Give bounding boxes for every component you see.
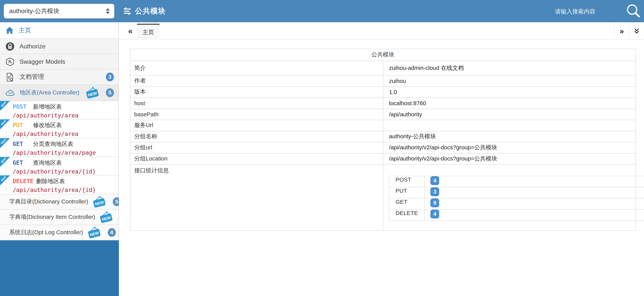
tabs-scroll-right-button[interactable]: »: [614, 22, 629, 40]
home-icon: [5, 27, 14, 34]
sidebar-item-home[interactable]: 主页: [0, 22, 118, 39]
table-row: basePath /api/authority: [130, 109, 636, 120]
doc-info-table: 公共模块 简介 zuihou-admin-cloud 在线文档 作者 zuiho…: [130, 49, 636, 230]
endpoint-name: 分页查询地区表: [33, 140, 73, 148]
count-badge: 4: [430, 209, 439, 218]
table-row: host localhost:8760: [130, 98, 636, 109]
endpoint-name: 新增地区表: [33, 103, 62, 110]
endpoint-get-area[interactable]: NEW GET 查询地区表 /api/authority/area/{id}: [0, 157, 118, 175]
method-label: DELETE: [13, 178, 33, 185]
endpoint-page-area[interactable]: NEW GET 分页查询地区表 /api/authority/area/page: [0, 138, 118, 157]
hexagon-model-icon: [5, 57, 14, 66]
svg-text:API: API: [8, 92, 12, 95]
method-label: POST: [13, 103, 30, 110]
endpoint-name: 修改地区表: [33, 121, 62, 129]
app-title: 公共模块: [123, 0, 166, 22]
tabs-collapse-button[interactable]: [629, 22, 644, 40]
top-header: authority-公共模块 公共模块: [0, 0, 644, 22]
doc-title: 公共模块: [130, 49, 636, 61]
tab-strip: « 主页 »: [119, 22, 644, 40]
swagger-doc-app: authority-公共模块 公共模块: [0, 0, 644, 296]
method-label: GET: [13, 140, 30, 148]
table-row: 分组Location /api/authority/v2/api-docs?gr…: [130, 153, 636, 164]
endpoint-path: /api/authority/area: [13, 130, 118, 138]
sidebar-controller-dictionary-item[interactable]: API 字典项(Dictionary Item Controller) NEW …: [0, 210, 118, 225]
table-row: 分组名称 authority-公共模块: [130, 131, 636, 142]
endpoint-name: 删除地区表: [36, 178, 65, 185]
count-badge: 4: [430, 176, 439, 185]
count-badge: 5: [106, 88, 114, 97]
header-search: [555, 0, 641, 22]
controller-label: 地区表(Area Controller): [20, 89, 80, 96]
select-arrows-icon: [106, 8, 110, 14]
table-row: 版本 1.0: [130, 86, 636, 98]
stats-row: GET 9: [389, 198, 644, 209]
sidebar-item-label: Swagger Models: [20, 58, 65, 65]
sidebar-controller-dictionary[interactable]: API 字典目录(Dictionary Controller) NEW 5: [0, 194, 118, 210]
new-sign-icon: NEW: [92, 196, 107, 208]
sidebar: 主页 Authorize Swagger Models: [0, 22, 119, 296]
endpoint-name: 查询地区表: [33, 159, 62, 166]
count-badge: 3: [106, 73, 114, 81]
count-badge: 4: [108, 228, 116, 237]
api-stats-table: POST 4 PUT 3 GET 9 DELETE 4: [389, 176, 644, 220]
double-chevron-down-icon: [633, 28, 640, 35]
sidebar-item-swagger-models[interactable]: Swagger Models: [0, 54, 118, 70]
group-select-value: authority-公共模块: [9, 7, 59, 15]
tab-home[interactable]: 主页: [137, 24, 160, 40]
table-row: 接口统计信息 POST 4 PUT 3 GET 9 DELE: [130, 164, 636, 230]
sidebar-item-label: Authorize: [20, 43, 46, 50]
stats-row: DELETE 4: [389, 209, 644, 220]
endpoint-add-area[interactable]: NEW POST 新增地区表 /api/authority/area: [0, 101, 118, 119]
tabs-scroll-left-button[interactable]: «: [125, 22, 136, 40]
endpoint-update-area[interactable]: NEW PUT 修改地区表 /api/authority/area: [0, 119, 118, 138]
controller-label: 字典项(Dictionary Item Controller): [9, 213, 95, 221]
new-sign-icon: NEW: [99, 211, 114, 223]
controller-label: 字典目录(Dictionary Controller): [9, 198, 88, 205]
method-label: PUT: [13, 121, 30, 129]
endpoint-delete-area[interactable]: NEW DELETE 删除地区表 /api/authority/area/{id…: [0, 176, 118, 194]
table-row: 作者 zuihou: [130, 75, 636, 86]
sidebar-item-label: 主页: [19, 26, 31, 34]
method-label: GET: [13, 159, 30, 166]
stats-row: PUT 3: [389, 187, 644, 198]
new-sign-icon: NEW: [87, 226, 102, 239]
stats-row: POST 4: [389, 176, 644, 187]
count-badge: 9: [430, 198, 439, 207]
table-row: 公共模块: [130, 49, 636, 61]
table-row: 简介 zuihou-admin-cloud 在线文档: [130, 61, 636, 75]
endpoint-path: /api/authority/area: [13, 112, 118, 119]
lock-icon: [5, 42, 14, 51]
endpoint-path: /api/authority/area/{id}: [13, 168, 118, 175]
group-select[interactable]: authority-公共模块: [4, 4, 114, 19]
count-badge: 3: [430, 187, 439, 196]
sidebar-item-doc-manage[interactable]: 文档管理 3: [0, 70, 118, 85]
table-row: 分组url /api/authority/v2/api-docs?group=公…: [130, 142, 636, 153]
main-content: 公共模块 简介 zuihou-admin-cloud 在线文档 作者 zuiho…: [119, 40, 644, 296]
endpoint-path: /api/authority/area/{id}: [13, 186, 118, 194]
search-icon[interactable]: [626, 4, 641, 19]
endpoint-path: /api/authority/area/page: [13, 149, 118, 157]
app-title-text: 公共模块: [135, 6, 166, 16]
new-sign-icon: NEW: [85, 87, 100, 99]
table-row: 服务Url: [130, 120, 636, 131]
document-gear-icon: [5, 72, 14, 82]
sidebar-controller-optlog[interactable]: API 系统日志(Opt Log Controller) NEW 4: [0, 225, 118, 240]
search-input[interactable]: [555, 8, 620, 15]
api-cloud-icon: API: [5, 89, 16, 97]
controller-label: 系统日志(Opt Log Controller): [9, 229, 83, 236]
sidebar-item-label: 文档管理: [20, 73, 44, 81]
sidebar-controller-area[interactable]: API 地区表(Area Controller) NEW 5: [0, 85, 118, 101]
sidebar-item-authorize[interactable]: Authorize: [0, 39, 118, 54]
menu-lines-icon: [123, 7, 132, 15]
